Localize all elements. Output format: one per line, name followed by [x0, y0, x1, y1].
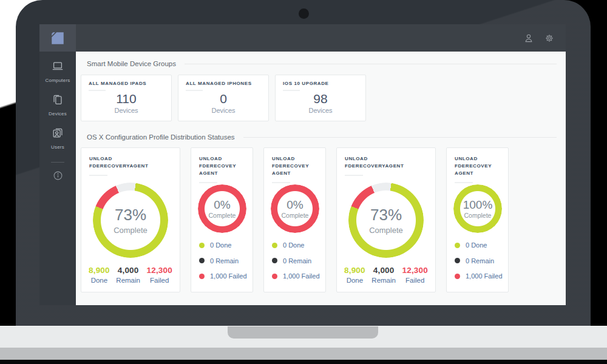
section-header-device-groups: Smart Mobile Device Groups — [87, 57, 557, 70]
app-topbar — [39, 24, 566, 52]
sidebar-item-label: Computers — [46, 78, 70, 83]
legend-row: 0 Remain — [272, 257, 320, 265]
sidebar-item-label: Devices — [49, 111, 67, 116]
title-underline — [283, 90, 300, 91]
laptop-front-edge — [0, 348, 607, 360]
status-stat-label: Done — [344, 277, 365, 284]
sidebar-divider — [51, 162, 64, 163]
distribution-status-card[interactable]: UNLOADFDERECOVERYAGENT 73% Complete 8,90… — [81, 147, 180, 292]
tablet-icon — [51, 93, 64, 109]
device-group-title: ALL MANAGED IPHONES — [186, 81, 268, 86]
title-underline — [455, 182, 473, 183]
info-icon[interactable] — [53, 170, 63, 181]
main-content: Smart Mobile Device Groups ALL MANAGED I… — [76, 52, 566, 305]
sidebar-item-users[interactable]: Users — [46, 126, 70, 150]
status-stat: 4,000 Remain — [371, 266, 396, 284]
complete-label: Complete — [114, 226, 148, 235]
legend-dot — [199, 258, 205, 263]
distribution-status-card[interactable]: UNLOADFDERECOVERYAGENT 73% Complete 8,90… — [336, 147, 436, 292]
device-group-title: IOS 10 UPGRADE — [283, 81, 365, 86]
device-group-card[interactable]: ALL MANAGED IPHONES 0 Devices — [178, 75, 269, 121]
laptop-bottom-shadow — [0, 360, 607, 364]
legend-label: 0 Remain — [466, 257, 494, 265]
gear-icon[interactable] — [544, 33, 555, 44]
legend-row: 1,000 Failed — [455, 272, 503, 280]
legend-dot — [272, 243, 277, 248]
distribution-status-card[interactable]: UNLOADFDERECOVEYAGENT 0% Complete 0 Done… — [263, 147, 326, 292]
status-stat-value: 8,900 — [344, 266, 365, 275]
status-stats-row: 8,900 Done4,000 Remain12,300 Failed — [81, 266, 180, 284]
sidebar-item-label: Users — [51, 144, 64, 150]
status-stat-label: Remain — [371, 277, 396, 284]
sidebar: Computers Devices Users — [39, 52, 76, 305]
user-icon[interactable] — [523, 33, 534, 44]
sidebar-item-computers[interactable]: Computers — [46, 59, 70, 83]
profile-title: UNLOADFDERECOVERYAGENT — [345, 155, 435, 170]
percent-complete: 0% — [214, 198, 230, 212]
legend-label: 0 Remain — [283, 257, 311, 265]
legend-label: 0 Done — [210, 241, 231, 249]
status-stat-value: 12,300 — [147, 266, 173, 275]
laptop-lid: Computers Devices Users Smart Mobile Dev… — [16, 0, 591, 326]
distribution-status-card[interactable]: UNLOADFDERECOVEYAGENT 100% Complete 0 Do… — [446, 147, 509, 292]
status-stat-label: Failed — [402, 277, 429, 284]
legend-dot — [199, 274, 205, 279]
complete-label: Complete — [369, 226, 403, 235]
laptop-base — [0, 326, 607, 348]
legend-dot — [455, 274, 460, 279]
status-legend: 0 Done 0 Remain 1,000 Failed — [199, 241, 247, 280]
section-rule — [243, 137, 557, 138]
donut-center-label: 0% Complete — [198, 184, 246, 233]
app-screen: Computers Devices Users Smart Mobile Dev… — [39, 24, 566, 305]
status-stat-label: Remain — [116, 277, 140, 284]
title-underline — [272, 182, 290, 183]
title-underline — [345, 175, 363, 176]
status-stat-value: 12,300 — [402, 266, 429, 275]
device-count: 110 — [89, 92, 164, 106]
legend-row: 0 Done — [272, 241, 320, 249]
title-underline — [89, 175, 107, 176]
status-stat-value: 4,000 — [371, 266, 396, 275]
device-group-title: ALL MANAGED IPADS — [89, 81, 171, 86]
title-underline — [89, 90, 106, 91]
device-count: 0 — [186, 92, 261, 106]
distribution-status-card[interactable]: UNLOADFDERECOVEYAGENT 0% Complete 0 Done… — [191, 147, 253, 292]
complete-label: Complete — [209, 212, 236, 219]
donut-center-label: 100% Complete — [453, 184, 502, 233]
device-group-card[interactable]: IOS 10 UPGRADE 98 Devices — [275, 75, 366, 121]
webcam — [299, 8, 309, 19]
donut-center-label: 73% Complete — [348, 183, 424, 258]
sidebar-item-devices[interactable]: Devices — [46, 93, 70, 116]
status-stat-label: Failed — [147, 277, 173, 284]
status-stat: 8,900 Done — [344, 266, 365, 284]
device-count-label: Devices — [89, 107, 164, 114]
legend-dot — [272, 258, 277, 263]
device-count-label: Devices — [186, 107, 261, 114]
device-count: 98 — [283, 92, 358, 106]
legend-row: 0 Remain — [199, 257, 247, 265]
legend-label: 0 Done — [466, 241, 487, 249]
status-stat: 12,300 Failed — [402, 266, 429, 284]
status-stat: 12,300 Failed — [147, 266, 173, 284]
legend-dot — [455, 258, 460, 263]
legend-label: 1,000 Failed — [466, 272, 503, 280]
laptop-icon — [51, 59, 64, 75]
title-underline — [199, 182, 217, 183]
profile-title: UNLOADFDERECOVERYAGENT — [89, 155, 180, 170]
device-group-card[interactable]: ALL MANAGED IPADS 110 Devices — [81, 75, 172, 121]
status-stat-label: Done — [89, 277, 110, 284]
legend-dot — [272, 274, 277, 279]
legend-label: 1,000 Failed — [210, 272, 247, 280]
percent-complete: 73% — [370, 206, 402, 224]
legend-label: 0 Remain — [210, 257, 239, 265]
legend-row: 1,000 Failed — [199, 272, 247, 280]
users-icon — [51, 126, 64, 142]
app-logo-button[interactable] — [39, 24, 76, 52]
complete-label: Complete — [282, 212, 309, 219]
legend-row: 0 Done — [199, 241, 247, 249]
status-stat-value: 8,900 — [89, 266, 110, 275]
trackpad-notch — [228, 326, 378, 339]
profile-title: UNLOADFDERECOVEYAGENT — [272, 155, 325, 177]
device-count-label: Devices — [283, 107, 358, 114]
status-stat: 8,900 Done — [89, 266, 110, 284]
